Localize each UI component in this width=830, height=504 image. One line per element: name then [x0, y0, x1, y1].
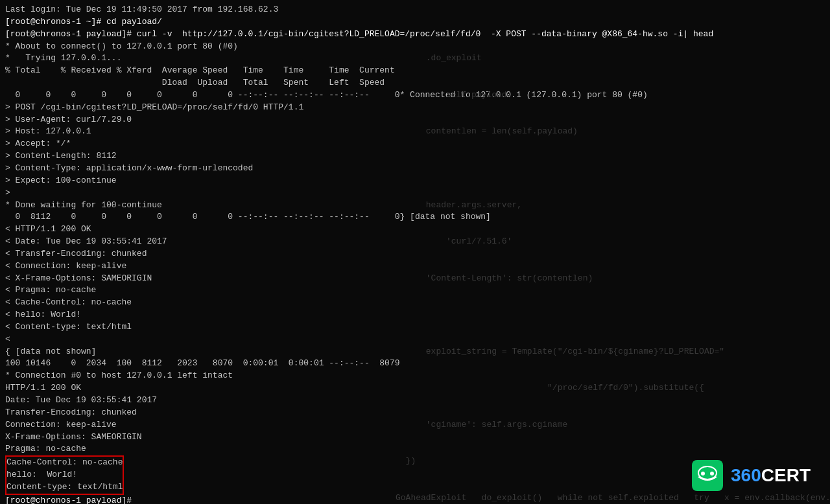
line-25: < Cache-Control: no-cache — [5, 297, 825, 309]
line-11: > Host: 127.0.0.1 — [5, 126, 825, 138]
line-6: % Total % Received % Xferd Average Speed… — [5, 65, 825, 77]
line-31: * Connection #0 to host 127.0.0.1 left i… — [5, 370, 825, 382]
line-15: > Expect: 100-continue — [5, 175, 825, 187]
line-33: Date: Tue Dec 19 03:55:41 2017 — [5, 395, 825, 407]
line-21: < Transfer-Encoding: chunked — [5, 248, 825, 260]
line-38-highlighted: Cache-Control: no-cache — [6, 457, 123, 469]
line-24: < Pragma: no-cache — [5, 284, 825, 297]
line-28: < — [5, 334, 825, 346]
line-14: > Content-Type: application/x-www-form-u… — [5, 163, 825, 175]
line-8: 0 0 0 0 0 0 0 0 --:--:-- --:--:-- --:--:… — [5, 89, 825, 102]
terminal-text: Last login: Tue Dec 19 11:49:50 2017 fro… — [0, 0, 830, 504]
line-41: [root@chronos-1 payload]# — [5, 495, 825, 504]
line-9: > POST /cgi-bin/cgitest?LD_PRELOAD=/proc… — [5, 102, 825, 114]
line-37: Pragma: no-cache — [5, 443, 825, 455]
line-26: < hello: World! — [5, 309, 825, 321]
line-40-highlighted: Content-type: text/html — [6, 481, 123, 494]
line-19: < HTTP/1.1 200 OK — [5, 223, 825, 236]
line-34: Transfer-Encoding: chunked — [5, 407, 825, 419]
line-17: * Done waiting for 100-continue — [5, 200, 825, 212]
line-23: < X-Frame-Options: SAMEORIGIN — [5, 273, 825, 285]
line-18: 0 8112 0 0 0 0 0 0 --:--:-- --:--:-- --:… — [5, 211, 825, 223]
line-13: > Content-Length: 8112 — [5, 150, 825, 163]
line-22: < Connection: keep-alive — [5, 260, 825, 273]
line-35: Connection: keep-alive — [5, 419, 825, 431]
line-3: [root@chronos-1 payload]# curl -v http:/… — [5, 29, 825, 41]
line-10: > User-Agent: curl/7.29.0 — [5, 114, 825, 126]
line-2: [root@chronos-1 ~]# cd payload/ — [5, 16, 825, 29]
line-39-highlighted: hello: World! — [6, 469, 123, 481]
brand-label: 360CERT — [731, 465, 811, 486]
line-32: HTTP/1.1 200 OK — [5, 382, 825, 395]
svg-point-2 — [710, 472, 714, 475]
line-12: > Accept: */* — [5, 138, 825, 150]
wechat-icon — [692, 460, 723, 491]
terminal-window: Last login: Tue Dec 19 11:49:50 2017 fro… — [0, 0, 830, 504]
line-30: 100 10146 0 2034 100 8112 2023 8070 0:00… — [5, 358, 825, 370]
line-36: X-Frame-Options: SAMEORIGIN — [5, 431, 825, 444]
line-4: * About to connect() to 127.0.0.1 port 8… — [5, 41, 825, 53]
line-7: Dload Upload Total Spent Left Speed — [5, 77, 825, 89]
line-20: < Date: Tue Dec 19 03:55:41 2017 — [5, 236, 825, 248]
svg-rect-0 — [692, 460, 723, 491]
highlight-block: Cache-Control: no-cache hello: World! Co… — [5, 455, 124, 495]
line-27: < Content-type: text/html — [5, 321, 825, 334]
svg-point-1 — [701, 472, 705, 475]
line-5: * Trying 127.0.0.1... — [5, 52, 825, 65]
line-16: > — [5, 187, 825, 200]
line-29: { [data not shown] — [5, 346, 825, 358]
watermark-area: 360CERT — [692, 460, 811, 491]
line-1: Last login: Tue Dec 19 11:49:50 2017 fro… — [5, 4, 825, 16]
